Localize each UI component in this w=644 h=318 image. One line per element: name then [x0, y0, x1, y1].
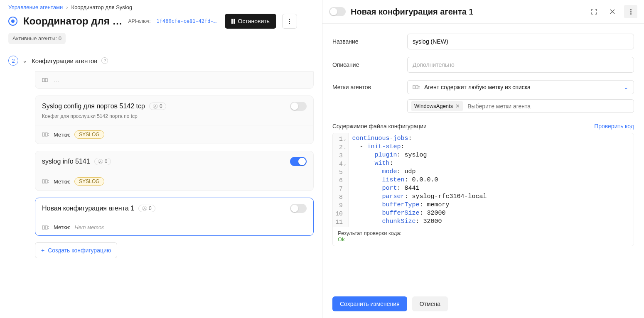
breadcrumb-root[interactable]: Управление агентами: [8, 4, 63, 10]
svg-rect-14: [413, 86, 415, 89]
code-check-result: Результат проверки кода: Ok: [333, 227, 634, 246]
svg-rect-15: [416, 86, 418, 89]
tag-chip: SYSLOG: [74, 130, 104, 139]
pause-icon: [231, 19, 235, 24]
tag-chip: WindowsAgents ✕: [411, 101, 463, 111]
chevron-down-icon: ⌄: [624, 84, 629, 91]
agent-tags-select[interactable]: Агент содержит любую метку из списка ⌄: [407, 80, 634, 94]
tag-chip: SYSLOG: [74, 177, 104, 186]
check-code-link[interactable]: Проверить код: [594, 123, 634, 130]
config-toggle[interactable]: [290, 102, 307, 111]
more-menu-button[interactable]: [282, 14, 297, 29]
svg-rect-6: [42, 180, 44, 183]
cancel-button[interactable]: Отмена: [412, 296, 448, 311]
api-key-label: API-ключ:: [128, 18, 150, 24]
config-count-badge: 2: [8, 56, 18, 66]
svg-rect-3: [45, 133, 47, 136]
tags-icon: [413, 84, 420, 90]
config-title: syslog info 5141: [42, 158, 90, 165]
chevron-right-icon: ›: [66, 4, 68, 10]
dots-vertical-icon: [630, 9, 632, 15]
config-description: Конфиг для прослушки 5142 порта по tcp: [42, 113, 307, 119]
api-key-value[interactable]: 1f460cfe-ce81-42fd-a16f…: [157, 18, 219, 24]
plus-icon: +: [41, 247, 44, 254]
stop-button-label: Остановить: [238, 18, 270, 24]
code-editor[interactable]: 1⌄2⌄3 4⌄5 6 7 8 9 10 11 12 continuous-jo…: [333, 133, 634, 227]
agent-tags-select-value: Агент содержит любую метку из списка: [424, 84, 531, 91]
tags-label: Метки:: [54, 132, 70, 138]
tags-label: Метки:: [54, 224, 70, 230]
description-label: Описание: [332, 61, 399, 68]
config-toggle[interactable]: [290, 204, 307, 213]
config-card[interactable]: Syslog config для портов 5142 tcpA0Конфи…: [35, 95, 314, 144]
svg-rect-2: [42, 133, 44, 136]
tags-label: Метки:: [54, 179, 70, 185]
config-title: Новая конфигурация агента 1: [42, 205, 134, 212]
svg-rect-0: [42, 78, 44, 82]
tags-icon: [42, 132, 49, 137]
name-label: Название: [332, 38, 399, 45]
breadcrumb: Управление агентами › Координатор для Sy…: [8, 4, 314, 10]
agent-tags-label: Метки агентов: [332, 84, 399, 91]
expand-icon[interactable]: [587, 5, 601, 18]
create-config-label: Создать конфигурацию: [48, 247, 111, 254]
chevron-down-icon[interactable]: ⌄: [22, 57, 27, 64]
panel-more-button[interactable]: [624, 5, 637, 18]
code-section-title: Содержимое файла конфигурации: [332, 123, 427, 130]
config-card[interactable]: Новая конфигурация агента 1A0Метки:Нет м…: [35, 198, 314, 236]
tag-search-input[interactable]: [467, 103, 630, 110]
right-panel-title: Новая конфигурация агента 1: [351, 7, 583, 17]
close-icon[interactable]: [606, 5, 619, 18]
config-enable-toggle[interactable]: [329, 7, 346, 16]
svg-rect-10: [42, 226, 44, 229]
no-tags-label: Нет меток: [74, 224, 104, 230]
agent-count-badge: A0: [138, 205, 155, 212]
config-title: Syslog config для портов 5142 tcp: [42, 103, 145, 110]
page-title: Координатор для …: [23, 15, 122, 27]
dots-vertical-icon: [289, 19, 290, 24]
svg-rect-11: [45, 226, 47, 229]
name-input[interactable]: [407, 34, 634, 49]
config-toggle[interactable]: [290, 157, 307, 166]
agent-tags-input[interactable]: WindowsAgents ✕: [407, 99, 634, 113]
tags-icon: [42, 179, 49, 184]
active-agents-badge: Активные агенты: 0: [8, 33, 66, 44]
tags-icon: [42, 225, 49, 230]
stop-button[interactable]: Остановить: [225, 14, 276, 29]
agent-count-badge: A0: [94, 158, 111, 165]
help-icon[interactable]: ?: [101, 57, 108, 64]
description-input[interactable]: [407, 57, 634, 73]
svg-rect-1: [45, 78, 47, 82]
breadcrumb-current: Координатор для Syslog: [71, 4, 133, 10]
save-button[interactable]: Сохранить изменения: [332, 296, 407, 311]
status-indicator: [8, 17, 17, 26]
svg-rect-7: [45, 180, 47, 183]
tags-icon: [42, 77, 49, 83]
agent-count-badge: A0: [149, 103, 166, 110]
create-config-button[interactable]: + Создать конфигурацию: [35, 242, 117, 258]
config-card[interactable]: syslog info 5141A0Метки:SYSLOG: [35, 151, 314, 191]
section-title: Конфигурации агентов: [32, 57, 97, 64]
remove-tag-icon[interactable]: ✕: [455, 103, 460, 109]
